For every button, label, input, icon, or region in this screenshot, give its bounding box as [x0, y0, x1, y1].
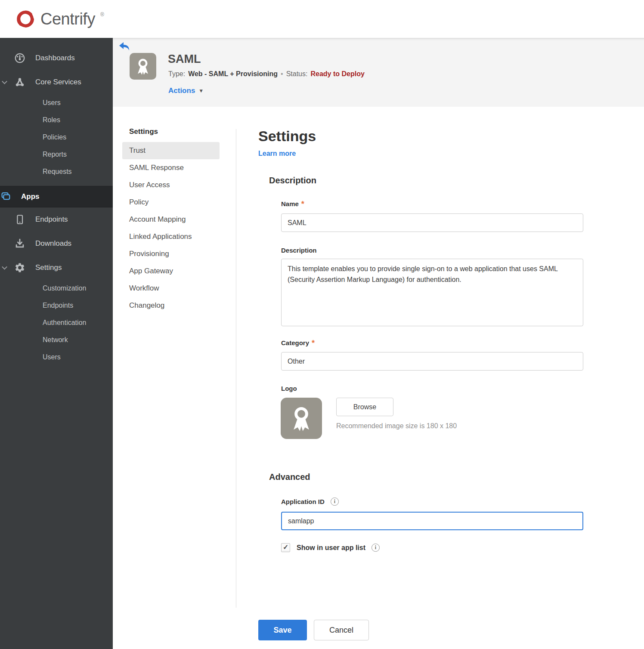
sidebar-item-label: Reports	[43, 151, 67, 158]
chevron-down-icon[interactable]	[2, 264, 7, 270]
app-title: SAML	[168, 53, 201, 66]
back-arrow-icon[interactable]	[119, 42, 130, 51]
brand-name: Centrify	[40, 9, 95, 29]
actions-label: Actions	[168, 87, 195, 95]
app-meta: Type: Web - SAML + Provisioning • Status…	[168, 70, 365, 78]
top-bar: Centrify ®	[0, 0, 644, 38]
sidebar-item-label: Settings	[35, 263, 62, 272]
name-label-text: Name	[281, 200, 299, 207]
required-asterisk: *	[312, 341, 315, 345]
sidebar-item-authentication[interactable]: Authentication	[0, 314, 113, 331]
name-field[interactable]	[281, 213, 583, 232]
page: Centrify ® Dashboards Core Services	[0, 0, 644, 649]
brand-logo[interactable]: Centrify ®	[15, 9, 104, 29]
subnav-item-provisioning[interactable]: Provisioning	[122, 245, 220, 263]
subnav-item-policy[interactable]: Policy	[122, 194, 220, 211]
form-actions: Save Cancel	[258, 620, 369, 640]
sidebar-item-label: Endpoints	[35, 215, 68, 224]
logo-size-hint: Recommended image size is 180 x 180	[336, 422, 457, 430]
sidebar-item-label: Users	[43, 99, 61, 107]
chevron-down-icon[interactable]	[2, 79, 7, 84]
sidebar-item-label: Apps	[21, 192, 40, 201]
show-in-user-app-list-checkbox[interactable]	[281, 543, 290, 552]
sidebar-item-label: Customization	[43, 284, 86, 292]
sidebar-item-users-settings[interactable]: Users	[0, 349, 113, 366]
meta-separator: •	[281, 70, 283, 78]
sidebar-item-users[interactable]: Users	[0, 94, 113, 111]
apps-icon	[0, 191, 11, 202]
logo-label: Logo	[281, 385, 584, 392]
name-label: Name *	[281, 200, 584, 207]
gauge-icon	[14, 53, 25, 64]
sidebar-item-endpoints-settings[interactable]: Endpoints	[0, 297, 113, 314]
description-label: Description	[281, 247, 584, 254]
core-services-icon	[14, 77, 25, 88]
logo-controls: Browse Recommended image size is 180 x 1…	[336, 398, 457, 439]
sidebar-item-label: Endpoints	[43, 302, 73, 309]
cancel-button[interactable]: Cancel	[314, 620, 369, 640]
description-field[interactable]: This template enables you to provide sin…	[281, 259, 583, 326]
info-icon[interactable]: i	[331, 498, 339, 506]
browse-button[interactable]: Browse	[336, 398, 393, 416]
logo-preview	[281, 398, 322, 439]
sidebar-item-label: Policies	[43, 133, 66, 141]
ribbon-award-icon	[287, 404, 316, 433]
sidebar-item-requests[interactable]: Requests	[0, 163, 113, 180]
sidebar-item-dashboards[interactable]: Dashboards	[0, 46, 113, 70]
status-label: Status:	[286, 70, 308, 78]
logo-row: Browse Recommended image size is 180 x 1…	[281, 398, 584, 439]
subnav-item-linked-applications[interactable]: Linked Applications	[122, 228, 220, 245]
app-subnav: Settings Trust SAML Response User Access…	[122, 127, 220, 314]
description-section-title: Description	[269, 176, 584, 185]
logo-label-text: Logo	[281, 385, 297, 392]
sidebar-item-reports[interactable]: Reports	[0, 146, 113, 163]
category-field[interactable]	[281, 352, 583, 371]
category-label: Category *	[281, 339, 584, 346]
save-button[interactable]: Save	[258, 620, 307, 640]
ribbon-award-icon	[133, 57, 152, 76]
sidebar-item-endpoints[interactable]: Endpoints	[0, 207, 113, 232]
sidebar-item-policies[interactable]: Policies	[0, 129, 113, 146]
sidebar-item-label: Authentication	[43, 319, 86, 327]
sidebar-item-downloads[interactable]: Downloads	[0, 232, 113, 256]
subnav-item-trust[interactable]: Trust	[122, 142, 220, 159]
sidebar: Dashboards Core Services Users Roles Pol…	[0, 38, 113, 649]
sidebar-item-label: Roles	[43, 116, 60, 124]
settings-panel: Settings Learn more Description Name * D…	[258, 127, 584, 552]
sidebar-item-label: Dashboards	[35, 54, 75, 62]
centrify-swirl-icon	[15, 9, 35, 29]
subnav-item-account-mapping[interactable]: Account Mapping	[122, 211, 220, 228]
subnav-item-user-access[interactable]: User Access	[122, 176, 220, 194]
learn-more-link[interactable]: Learn more	[258, 150, 296, 158]
type-value: Web - SAML + Provisioning	[188, 70, 278, 78]
app-logo-badge	[130, 53, 156, 80]
sidebar-item-settings[interactable]: Settings	[0, 256, 113, 280]
sidebar-item-network[interactable]: Network	[0, 331, 113, 349]
show-in-user-app-list-label: Show in user app list	[297, 544, 365, 552]
subnav-item-saml-response[interactable]: SAML Response	[122, 159, 220, 176]
mobile-device-icon	[14, 214, 25, 225]
status-badge: Ready to Deploy	[310, 70, 364, 78]
actions-menu-button[interactable]: Actions ▼	[168, 87, 204, 95]
application-id-label-text: Application ID	[281, 498, 325, 505]
advanced-section-title: Advanced	[269, 472, 584, 482]
sidebar-item-label: Network	[43, 336, 68, 344]
sidebar-item-apps[interactable]: Apps	[0, 186, 113, 207]
application-id-field[interactable]	[281, 512, 583, 530]
sidebar-item-roles[interactable]: Roles	[0, 111, 113, 129]
sidebar-item-customization[interactable]: Customization	[0, 280, 113, 297]
sidebar-item-core-services[interactable]: Core Services	[0, 70, 113, 94]
application-id-label: Application ID i	[281, 498, 584, 506]
subnav-item-workflow[interactable]: Workflow	[122, 280, 220, 297]
category-label-text: Category	[281, 339, 309, 346]
info-icon[interactable]: i	[372, 544, 380, 552]
app-header: SAML Type: Web - SAML + Provisioning • S…	[113, 38, 644, 107]
subnav-item-app-gateway[interactable]: App Gateway	[122, 263, 220, 280]
sidebar-item-label: Core Services	[35, 78, 81, 87]
subnav-title: Settings	[122, 127, 220, 136]
subnav-item-changelog[interactable]: Changelog	[122, 297, 220, 314]
type-label: Type:	[168, 70, 185, 78]
required-asterisk: *	[301, 202, 304, 206]
show-in-user-app-list-row: Show in user app list i	[281, 543, 584, 552]
description-label-text: Description	[281, 247, 317, 254]
